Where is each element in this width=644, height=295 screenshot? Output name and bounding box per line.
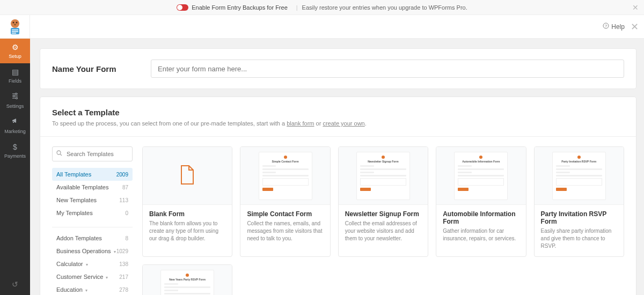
chevron-down-icon: ▾ <box>85 288 87 293</box>
separator: | <box>296 4 298 11</box>
fields-icon: ▤ <box>12 68 19 76</box>
template-thumbnail-icon: Party Invitation RSVP Form <box>552 152 606 200</box>
category-item[interactable]: New Templates113 <box>52 194 133 206</box>
svg-rect-6 <box>12 31 18 32</box>
svg-point-0 <box>11 19 19 28</box>
template-thumbnail-icon: Simple Contact Form <box>259 152 312 200</box>
template-card[interactable]: Newsletter Signup FormNewsletter Signup … <box>338 146 428 257</box>
category-count: 278 <box>119 287 128 293</box>
category-item[interactable]: Addon Templates8 <box>52 232 133 245</box>
template-panel: Select a Template To speed up the proces… <box>40 97 636 295</box>
svg-point-11 <box>16 93 17 95</box>
category-label: All Templates <box>56 171 91 178</box>
svg-point-1 <box>12 21 14 23</box>
svg-line-17 <box>60 154 62 156</box>
category-item[interactable]: My Templates0 <box>52 206 133 219</box>
nav-setup[interactable]: ⚙ Setup <box>0 39 30 63</box>
template-sidebar: All Templates2009Available Templates87Ne… <box>52 146 133 295</box>
secondary-categories: Addon Templates8Business Operations ▾102… <box>52 232 133 295</box>
category-item[interactable]: Customer Service ▾217 <box>52 270 133 283</box>
gear-icon: ⚙ <box>12 43 19 51</box>
nav-payments[interactable]: $ Payments <box>0 138 30 163</box>
select-template-subtitle: To speed up the process, you can select … <box>52 120 624 127</box>
svg-rect-7 <box>12 33 16 34</box>
close-builder-icon[interactable]: ✕ <box>631 21 639 33</box>
template-title: Newsletter Signup Form <box>339 205 428 220</box>
svg-point-16 <box>57 151 61 154</box>
template-thumbnail-icon: New Years Party RSVP Form <box>160 270 214 296</box>
template-desc: Gather information for car insurance, re… <box>436 227 525 251</box>
category-item[interactable]: All Templates2009 <box>52 168 133 181</box>
template-desc: The blank form allows you to create any … <box>143 220 232 249</box>
template-card[interactable]: Blank FormThe blank form allows you to c… <box>142 146 232 257</box>
chevron-down-icon: ▾ <box>86 262 88 267</box>
template-title: Party Invitation RSVP Form <box>535 205 624 227</box>
category-label: Customer Service ▾ <box>56 274 108 280</box>
blank-form-link[interactable]: blank form <box>287 120 314 127</box>
search-templates-input[interactable] <box>52 146 133 161</box>
content-area: Name Your Form Select a Template To spee… <box>30 39 644 295</box>
category-label: Education ▾ <box>56 286 87 293</box>
help-link[interactable]: ? Help <box>603 23 625 31</box>
category-count: 0 <box>125 210 128 216</box>
category-item[interactable]: Education ▾278 <box>52 283 133 295</box>
template-cards: Blank FormThe blank form allows you to c… <box>142 146 624 295</box>
template-title: Automobile Information Form <box>436 205 525 227</box>
header-bar: ? Help ✕ <box>0 15 644 39</box>
search-icon <box>56 150 62 157</box>
category-label: New Templates <box>56 197 97 203</box>
category-count: 1029 <box>116 248 128 254</box>
template-title: Simple Contact Form <box>240 205 330 220</box>
create-your-own-link[interactable]: create your own <box>323 120 364 127</box>
template-card[interactable]: Simple Contact FormSimple Contact FormCo… <box>240 146 330 257</box>
category-label: Available Templates <box>56 184 108 190</box>
svg-point-2 <box>16 21 17 23</box>
template-card[interactable]: Automobile Information FormAutomobile In… <box>436 146 526 257</box>
divider <box>40 136 636 137</box>
svg-rect-5 <box>12 30 18 31</box>
category-count: 217 <box>119 274 128 280</box>
sliders-icon <box>11 92 19 101</box>
category-label: Calculator ▾ <box>56 261 88 267</box>
primary-categories: All Templates2009Available Templates87Ne… <box>52 168 133 219</box>
template-card[interactable]: Party Invitation RSVP FormParty Invitati… <box>534 146 624 257</box>
svg-point-3 <box>14 24 16 25</box>
name-panel: Name Your Form <box>40 48 636 89</box>
svg-text:?: ? <box>605 24 608 28</box>
chevron-down-icon: ▾ <box>106 275 108 280</box>
template-desc: Collect the names, emails, and messages … <box>240 220 330 249</box>
promo-bar: Enable Form Entry Backups for Free | Eas… <box>0 0 644 15</box>
template-desc: Easily share party information and give … <box>535 227 624 256</box>
category-count: 87 <box>122 185 128 190</box>
template-desc: Collect the email addresses of your webs… <box>339 220 428 249</box>
form-name-input[interactable] <box>151 60 624 78</box>
nav-marketing[interactable]: Marketing <box>0 113 30 138</box>
select-template-title: Select a Template <box>52 108 624 117</box>
template-thumbnail-icon: Newsletter Signup Form <box>356 152 410 200</box>
chevron-down-icon: ▾ <box>114 249 116 254</box>
history-icon[interactable]: ↺ <box>12 274 18 295</box>
category-label: Addon Templates <box>56 235 102 241</box>
category-label: My Templates <box>56 210 93 216</box>
help-icon: ? <box>603 23 609 31</box>
nav-settings[interactable]: Settings <box>0 88 30 113</box>
backup-toggle[interactable]: Enable Form Entry Backups for Free <box>177 4 288 11</box>
dollar-icon: $ <box>13 143 17 151</box>
category-count: 138 <box>119 261 128 267</box>
template-card[interactable]: New Years Party RSVP Form <box>142 264 232 295</box>
toggle-switch-icon <box>177 4 188 11</box>
category-item[interactable]: Calculator ▾138 <box>52 257 133 270</box>
close-promo-icon[interactable]: ✕ <box>632 3 639 12</box>
divider <box>52 227 133 227</box>
bullhorn-icon <box>11 117 19 127</box>
category-label: Business Operations ▾ <box>56 248 116 254</box>
category-count: 8 <box>125 235 128 241</box>
category-item[interactable]: Available Templates87 <box>52 181 133 194</box>
svg-point-15 <box>16 98 18 99</box>
nav-fields[interactable]: ▤ Fields <box>0 63 30 88</box>
left-nav: ⚙ Setup ▤ Fields Settings Marketing $ Pa… <box>0 39 30 295</box>
category-item[interactable]: Business Operations ▾1029 <box>52 245 133 257</box>
template-title: Blank Form <box>143 205 232 220</box>
promo-desc: Easily restore your entries when you upg… <box>302 4 467 11</box>
wpforms-logo-icon[interactable] <box>0 15 30 38</box>
